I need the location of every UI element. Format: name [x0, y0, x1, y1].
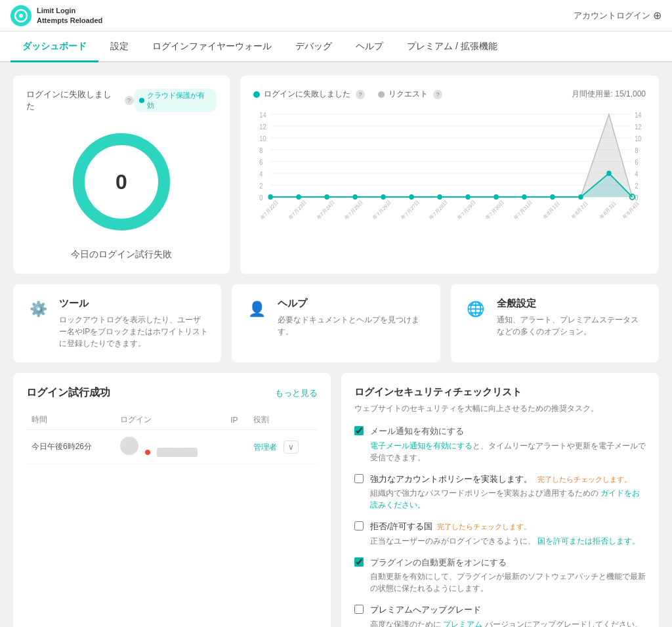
col-role: 役割: [248, 410, 318, 430]
country-badge: 完了したらチェックします。: [437, 523, 531, 530]
checklist-item-email: メール通知を有効にする 電子メール通知を有効にすると、タイムリーなアラートや更新…: [354, 425, 646, 464]
donut-card-header: ログインに失敗しました ? クラウド保護が有効: [26, 89, 217, 112]
svg-point-37: [465, 194, 470, 200]
expand-button[interactable]: ∨: [284, 441, 299, 454]
cell-login: 192.168.x.x: [115, 430, 225, 464]
col-login: ログイン: [115, 410, 225, 430]
tool-card-settings[interactable]: 🌐 全般設定 通知、アラート、プレミアムステータスなどの多くのオプション。: [451, 284, 659, 362]
chart-usage: 月間使用量: 15/1,000: [572, 89, 646, 100]
legend-dot-request: [378, 91, 385, 98]
checklist-subtitle: ウェブサイトのセキュリティを大幅に向上させるための推奨タスク。: [354, 402, 646, 414]
svg-point-38: [494, 194, 498, 200]
svg-text:14: 14: [259, 112, 266, 119]
donut-label: 今日のログイン試行失敗: [71, 249, 172, 261]
svg-text:2: 2: [635, 183, 638, 190]
chart-area: 14 12 10 8 6 4 2 0 14 12 10 8 6 4 2 0: [253, 108, 646, 239]
legend-dot-failed: [253, 91, 260, 98]
svg-text:年8月3日: 年8月3日: [598, 200, 617, 220]
email-link[interactable]: 電子メール通知を有効にする: [370, 441, 472, 450]
svg-point-1: [19, 14, 23, 18]
svg-text:年7月22日: 年7月22日: [259, 199, 280, 221]
svg-point-31: [296, 194, 301, 200]
svg-text:12: 12: [259, 123, 266, 131]
svg-point-35: [409, 194, 413, 200]
checklist-email-content: メール通知を有効にする 電子メール通知を有効にすると、タイムリーなアラートや更新…: [370, 425, 646, 464]
chart-failed-help[interactable]: ?: [356, 90, 365, 99]
nav-item-help[interactable]: ヘルプ: [344, 32, 395, 62]
svg-text:4: 4: [259, 171, 263, 178]
login-card-title: ログイン試行成功: [26, 386, 110, 400]
settings-content: 全般設定 通知、アラート、プレミアムステータスなどの多くのオプション。: [497, 297, 646, 337]
col-ip: IP: [225, 410, 247, 430]
svg-text:10: 10: [259, 135, 266, 142]
cell-ip: [225, 430, 247, 464]
donut-header-left: ログインに失敗しました ?: [26, 89, 134, 112]
nav-item-debug[interactable]: デバッグ: [284, 32, 344, 62]
svg-text:年7月24日: 年7月24日: [316, 199, 336, 221]
nav-item-premium[interactable]: プレミアム / 拡張機能: [395, 32, 509, 62]
tool-content: ツール ロックアウトログを表示したり、ユーザー名やIPをブロックまたはホワイトリ…: [59, 297, 208, 349]
tool-card-help[interactable]: 👤 ヘルプ 必要なドキュメントとヘルプを見つけます。: [232, 284, 440, 362]
checklist-premium-desc: 高度な保護のために プレミアム バージョンにアップグレードしてください。: [370, 618, 642, 628]
header: Limit Login Attempts Reloaded アカウントログイン …: [0, 0, 672, 32]
checklist-title: ログインセキュリティチェックリスト: [354, 386, 646, 399]
chart-request-help[interactable]: ?: [433, 90, 442, 99]
checkbox-email[interactable]: [354, 426, 364, 435]
logo-icon: [10, 5, 32, 26]
svg-text:年7月26日: 年7月26日: [372, 199, 392, 221]
policy-badge: 完了したらチェックします。: [537, 475, 631, 483]
svg-text:10: 10: [635, 135, 641, 142]
svg-point-40: [550, 194, 555, 200]
premium-link[interactable]: プレミアム: [443, 620, 482, 628]
svg-text:14: 14: [635, 112, 642, 119]
svg-text:年7月30日: 年7月30日: [485, 199, 505, 221]
account-login-button[interactable]: アカウントログイン ⊕: [574, 9, 662, 22]
main-content: ログインに失敗しました ? クラウド保護が有効 0 今日のログイン試行失敗: [0, 62, 672, 627]
account-icon: ⊕: [653, 9, 662, 22]
help-title: ヘルプ: [278, 297, 427, 310]
checkbox-policy[interactable]: [354, 474, 364, 483]
checklist-item-autoupdate: プラグインの自動更新をオンにする 自動更新を有効にして、プラグインが最新のソフト…: [354, 556, 646, 595]
svg-text:2: 2: [259, 183, 262, 190]
tool-card-tool[interactable]: ⚙️ ツール ロックアウトログを表示したり、ユーザー名やIPをブロックまたはホワ…: [13, 284, 221, 362]
checkbox-autoupdate[interactable]: [354, 557, 364, 567]
svg-text:8: 8: [635, 147, 638, 154]
chart-legend: ログインに失敗しました ? リクエスト ?: [253, 89, 442, 100]
chart-card: ログインに失敗しました ? リクエスト ? 月間使用量: 15/1,000 14…: [240, 76, 659, 274]
settings-icon: 🌐: [464, 297, 488, 321]
svg-text:年8月1日: 年8月1日: [542, 200, 560, 220]
table-row: 今日午後6時26分 192.168.x.x 管理者 ∨: [26, 430, 318, 464]
svg-text:年7月28日: 年7月28日: [429, 199, 449, 221]
svg-point-41: [578, 194, 583, 200]
country-link[interactable]: 国を許可または拒否します。: [537, 536, 640, 546]
role-badge: 管理者: [253, 443, 277, 452]
checklist-email-title: メール通知を有効にする: [370, 425, 646, 438]
checklist-autoupdate-desc: 自動更新を有効にして、プラグインが最新のソフトウェアパッチと機能で最新の状態に保…: [370, 571, 646, 594]
avatar: [120, 437, 138, 455]
checklist-policy-content: 強力なアカウントポリシーを実装します。 完了したらチェックします。 組織内で強力…: [370, 473, 646, 511]
navigation: ダッシュボード 設定 ログインファイヤーウォール デバッグ ヘルプ プレミアム …: [0, 32, 672, 62]
svg-text:4: 4: [635, 171, 639, 178]
checkbox-country[interactable]: [354, 521, 364, 530]
nav-item-settings[interactable]: 設定: [98, 32, 140, 62]
login-card: ログイン試行成功 もっと見る 時間 ログイン IP 役割 今日午後6時26分: [13, 373, 331, 627]
svg-text:12: 12: [635, 123, 641, 131]
checklist-header: ログインセキュリティチェックリスト ウェブサイトのセキュリティを大幅に向上させる…: [354, 386, 646, 414]
login-ip: 192.168.x.x: [157, 448, 198, 457]
svg-point-42: [606, 171, 611, 176]
failed-help-icon[interactable]: ?: [125, 96, 134, 105]
checklist-policy-desc: 組織内で強力なパスワードポリシーを実装および適用するための ガイドをお読みくださ…: [370, 487, 646, 511]
more-link[interactable]: もっと見る: [275, 387, 318, 399]
legend-failed: ログインに失敗しました ?: [253, 89, 365, 100]
nav-item-firewall[interactable]: ログインファイヤーウォール: [140, 32, 284, 62]
checklist-autoupdate-content: プラグインの自動更新をオンにする 自動更新を有効にして、プラグインが最新のソフト…: [370, 556, 646, 595]
checklist-country-content: 拒否/許可する国 完了したらチェックします。 正当なユーザーのみがログインできる…: [370, 520, 640, 547]
svg-point-36: [437, 194, 442, 200]
checkbox-premium[interactable]: [354, 605, 364, 614]
svg-text:年7月31日: 年7月31日: [513, 199, 534, 221]
nav-item-dashboard[interactable]: ダッシュボード: [10, 32, 98, 62]
legend-request: リクエスト ?: [378, 89, 442, 100]
svg-text:年8月4日: 年8月4日: [622, 200, 640, 220]
svg-text:年7月29日: 年7月29日: [457, 199, 477, 221]
svg-point-34: [381, 194, 385, 200]
